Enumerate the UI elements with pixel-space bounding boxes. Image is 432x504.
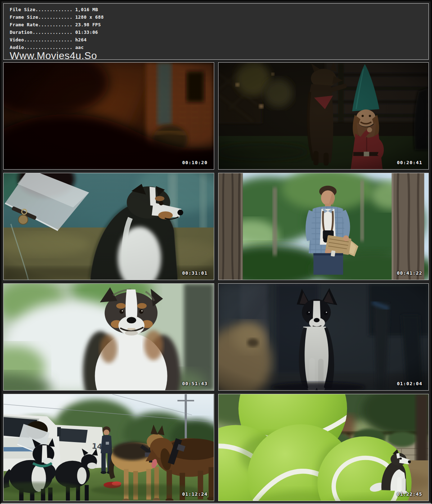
screenshot-boston-terrier: 01:02:04 — [218, 283, 429, 391]
timestamp-overlay: 01:02:04 — [397, 381, 422, 386]
info-row-video: Video.................h264 — [10, 36, 423, 44]
info-dots: .............. — [32, 30, 72, 35]
info-row-file-size: File Size.............1,016 MB — [10, 6, 423, 13]
screenshot-dog-cone-barn: 00:31:01 — [3, 173, 214, 280]
info-dots: ................. — [24, 37, 73, 42]
screenshot-giant-tennis-balls: 01:22:45 — [218, 394, 429, 501]
scene-illustration — [219, 173, 429, 280]
scene-illustration — [4, 173, 214, 280]
info-value: 23.98 FPS — [72, 22, 101, 27]
info-label: Frame Size — [10, 14, 38, 20]
timestamp-overlay: 01:12:24 — [182, 491, 208, 497]
scene-illustration — [219, 394, 429, 501]
timestamp-overlay: 00:10:20 — [182, 160, 208, 165]
screenshot-aussie-closeup: 00:51:43 — [3, 283, 214, 391]
info-dots: ............ — [38, 14, 72, 20]
info-dots: ................. — [24, 45, 73, 50]
scene-illustration — [219, 284, 429, 390]
screenshot-grid: 00:10:20 — [3, 62, 429, 501]
timestamp-overlay: 01:22:45 — [397, 491, 422, 497]
timestamp-overlay: 00:20:41 — [397, 160, 422, 165]
timestamp-overlay: 00:31:01 — [182, 270, 208, 276]
info-dots: ............ — [38, 22, 72, 27]
media-info-panel: File Size.............1,016 MB Frame Siz… — [3, 3, 429, 60]
info-label: Frame Rate — [10, 22, 38, 27]
info-value: aac — [72, 45, 84, 50]
info-label: Video — [10, 37, 24, 42]
screenshot-sheet: File Size.............1,016 MB Frame Siz… — [0, 0, 432, 504]
info-row-duration: Duration..............01:33:06 — [10, 28, 423, 36]
info-row-frame-size: Frame Size............1280 x 688 — [10, 13, 423, 21]
info-label: Duration — [10, 30, 32, 35]
scene-illustration — [4, 63, 214, 169]
timestamp-overlay: 00:51:43 — [182, 381, 208, 386]
scene-illustration: 14 — [4, 394, 214, 501]
screenshot-k9-dogs-truck: 14 — [3, 394, 214, 501]
info-value: 1,016 MB — [72, 7, 98, 12]
info-dots: ............. — [35, 7, 72, 12]
screenshot-man-forest: 00:41:22 — [218, 173, 429, 280]
site-watermark: Www.Movies4u.So — [10, 51, 423, 60]
screenshot-dog-gnome: 00:20:41 — [218, 62, 429, 170]
info-row-frame-rate: Frame Rate............23.98 FPS — [10, 21, 423, 28]
info-label: File Size — [10, 7, 35, 12]
timestamp-overlay: 00:41:22 — [397, 270, 422, 276]
info-value: 01:33:06 — [72, 30, 98, 35]
screenshot-alley-night: 00:10:20 — [3, 62, 214, 170]
scene-illustration — [219, 63, 429, 169]
info-value: h264 — [72, 37, 86, 42]
info-value: 1280 x 688 — [72, 14, 104, 20]
info-label: Audio — [10, 45, 24, 50]
scene-illustration — [4, 284, 214, 390]
